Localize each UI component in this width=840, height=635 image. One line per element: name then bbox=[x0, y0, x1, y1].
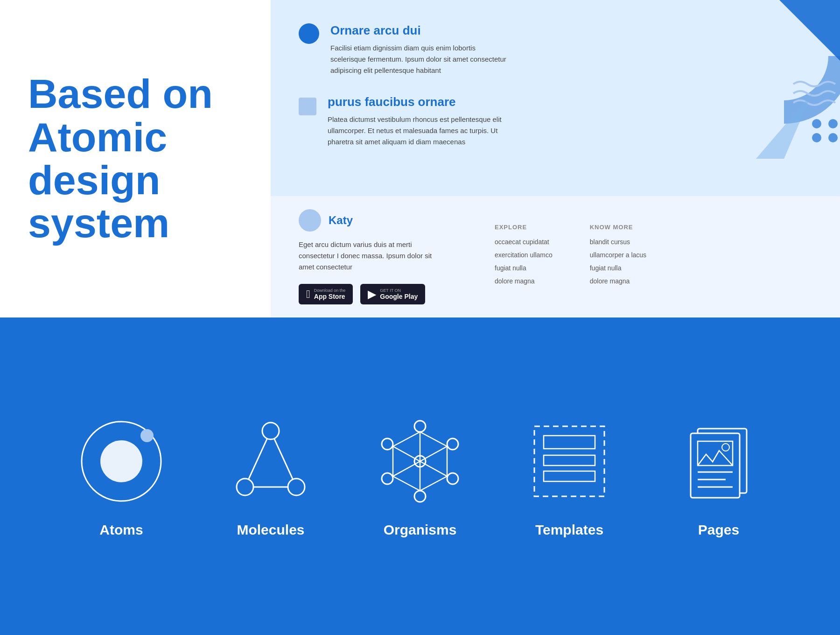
nav-link[interactable]: dolore magna bbox=[495, 277, 553, 285]
app-store-button[interactable]:  Download on the App Store bbox=[299, 284, 353, 304]
user-name: Katy bbox=[329, 214, 353, 227]
svg-marker-0 bbox=[779, 0, 840, 61]
atomic-item-atoms: Atoms bbox=[75, 415, 168, 538]
svg-point-12 bbox=[262, 423, 279, 439]
svg-line-28 bbox=[420, 432, 447, 446]
svg-line-31 bbox=[393, 476, 420, 491]
svg-line-24 bbox=[420, 461, 447, 476]
google-play-label-top: GET IT ON bbox=[380, 288, 418, 293]
svg-point-17 bbox=[447, 473, 458, 484]
hero-panel: Based on Atomic design system bbox=[0, 0, 271, 318]
hero-title: Based on Atomic design system bbox=[28, 72, 243, 245]
app-store-label: App Store bbox=[314, 293, 346, 300]
atomic-grid: Atoms Molecules bbox=[75, 415, 765, 538]
google-play-label: Google Play bbox=[380, 293, 418, 300]
atomic-item-templates: Templates bbox=[523, 415, 616, 538]
nav-link[interactable]: dolore magna bbox=[590, 277, 646, 285]
organisms-icon-wrap bbox=[373, 415, 467, 508]
feature-square-icon bbox=[299, 98, 316, 115]
svg-point-20 bbox=[382, 438, 393, 450]
svg-point-3 bbox=[812, 133, 821, 142]
feature-text-2: purus faucibus ornare Platea dictumst ve… bbox=[328, 95, 505, 148]
feature-title-1: Ornare arcu dui bbox=[330, 23, 508, 38]
app-store-text: Download on the App Store bbox=[314, 288, 346, 300]
card-description: Eget arcu dictum varius duis at merti co… bbox=[299, 239, 448, 273]
templates-icon-wrap bbox=[523, 415, 616, 508]
feature-text-1: Ornare arcu dui Facilisi etiam dignissim… bbox=[330, 23, 508, 76]
nav-link[interactable]: fugiat nulla bbox=[590, 264, 646, 272]
svg-point-4 bbox=[828, 133, 838, 142]
nav-link[interactable]: fugiat nulla bbox=[495, 264, 553, 272]
svg-line-23 bbox=[420, 446, 447, 461]
hero-title-line1: Based on bbox=[28, 71, 213, 117]
molecules-icon-wrap bbox=[224, 415, 317, 508]
atoms-label: Atoms bbox=[99, 522, 143, 538]
feature-circle-icon bbox=[299, 23, 319, 44]
card-left: Katy Eget arcu dictum varius duis at mer… bbox=[299, 209, 457, 304]
hero-title-line3: system bbox=[28, 200, 169, 246]
atomic-item-organisms: Organisms bbox=[373, 415, 467, 538]
svg-line-27 bbox=[393, 446, 420, 461]
top-section: Based on Atomic design system Ornare arc… bbox=[0, 0, 840, 318]
right-panels: Ornare arcu dui Facilisi etiam dignissim… bbox=[271, 0, 840, 318]
nav-col-know-more-heading: KNOW MORE bbox=[590, 224, 646, 231]
pages-label: Pages bbox=[698, 522, 739, 538]
svg-point-18 bbox=[414, 491, 426, 502]
organisms-label: Organisms bbox=[384, 522, 457, 538]
nav-col-explore: EXPLORE occaecat cupidatat exercitation … bbox=[495, 224, 553, 290]
app-store-label-top: Download on the bbox=[314, 288, 346, 293]
nav-link[interactable]: occaecat cupidatat bbox=[495, 238, 553, 246]
atomic-item-pages: Pages bbox=[672, 415, 765, 538]
svg-point-2 bbox=[828, 119, 838, 128]
google-play-button[interactable]: ▶ GET IT ON Google Play bbox=[360, 284, 425, 304]
svg-line-26 bbox=[393, 461, 420, 476]
templates-label: Templates bbox=[535, 522, 603, 538]
svg-point-8 bbox=[140, 429, 154, 442]
svg-point-19 bbox=[382, 473, 393, 484]
nav-col-know-more: KNOW MORE blandit cursus ullamcorper a l… bbox=[590, 224, 646, 290]
svg-line-30 bbox=[420, 476, 447, 491]
svg-point-13 bbox=[237, 479, 253, 495]
svg-rect-34 bbox=[534, 426, 604, 496]
svg-point-7 bbox=[100, 440, 142, 482]
atoms-icon-wrap bbox=[75, 415, 168, 508]
hero-title-line2: Atomic design bbox=[28, 114, 167, 203]
nav-col-explore-list: occaecat cupidatat exercitation ullamco … bbox=[495, 238, 553, 285]
svg-rect-37 bbox=[544, 471, 595, 481]
templates-icon bbox=[525, 417, 614, 506]
svg-line-33 bbox=[393, 432, 420, 446]
molecules-label: Molecules bbox=[237, 522, 304, 538]
nav-columns: EXPLORE occaecat cupidatat exercitation … bbox=[495, 224, 812, 290]
nav-col-explore-heading: EXPLORE bbox=[495, 224, 553, 231]
svg-point-1 bbox=[812, 119, 821, 128]
svg-line-9 bbox=[245, 431, 271, 487]
svg-point-16 bbox=[447, 438, 458, 450]
svg-line-10 bbox=[271, 431, 296, 487]
feature-panel: Ornare arcu dui Facilisi etiam dignissim… bbox=[271, 0, 840, 196]
pages-icon-wrap bbox=[672, 415, 765, 508]
pages-icon bbox=[674, 417, 763, 506]
avatar bbox=[299, 209, 321, 232]
google-play-text: GET IT ON Google Play bbox=[380, 288, 418, 300]
deco-shapes bbox=[719, 0, 840, 159]
card-panel: Katy Eget arcu dictum varius duis at mer… bbox=[271, 196, 840, 318]
molecules-icon bbox=[226, 417, 315, 506]
nav-link[interactable]: blandit cursus bbox=[590, 238, 646, 246]
play-icon: ▶ bbox=[368, 288, 376, 301]
feature-desc-2: Platea dictumst vestibulum rhoncus est p… bbox=[328, 114, 505, 148]
svg-rect-36 bbox=[544, 455, 595, 466]
svg-rect-35 bbox=[544, 436, 595, 449]
svg-point-14 bbox=[288, 479, 305, 495]
bottom-section: Atoms Molecules bbox=[0, 318, 840, 635]
app-buttons:  Download on the App Store ▶ GET IT ON … bbox=[299, 284, 457, 304]
card-user: Katy bbox=[299, 209, 457, 232]
feature-title-2: purus faucibus ornare bbox=[328, 95, 505, 109]
svg-point-15 bbox=[414, 421, 426, 432]
apple-icon:  bbox=[306, 288, 310, 301]
atoms-icon bbox=[77, 417, 166, 506]
nav-link[interactable]: exercitation ullamco bbox=[495, 251, 553, 259]
organisms-icon bbox=[376, 417, 464, 506]
atomic-item-molecules: Molecules bbox=[224, 415, 317, 538]
nav-link[interactable]: ullamcorper a lacus bbox=[590, 251, 646, 259]
nav-col-know-more-list: blandit cursus ullamcorper a lacus fugia… bbox=[590, 238, 646, 285]
